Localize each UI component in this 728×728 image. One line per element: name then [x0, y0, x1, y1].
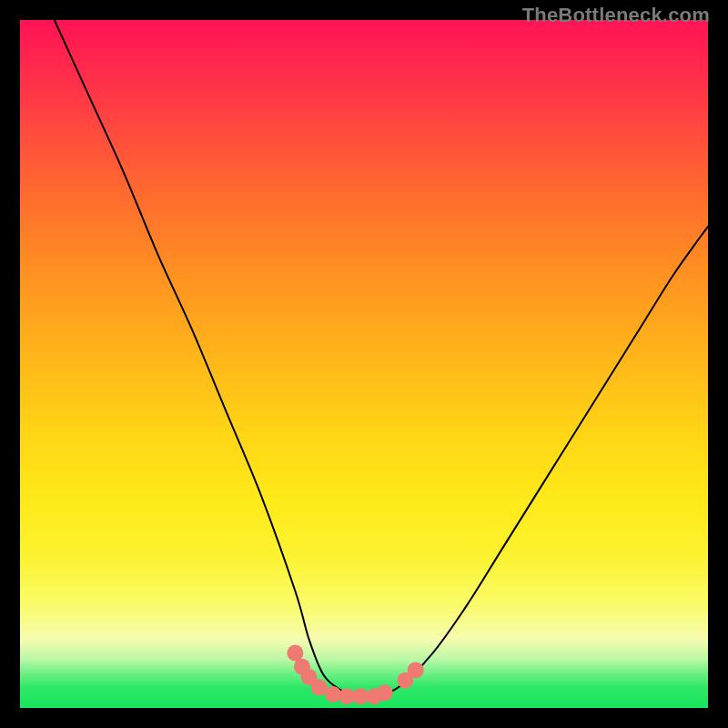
chart-overlay: [0, 0, 728, 728]
marker-dot: [377, 684, 393, 701]
bottleneck-curve: [55, 20, 708, 694]
chart-frame: TheBottleneck.com: [0, 0, 728, 728]
marker-layer: [287, 645, 423, 705]
curve-layer: [55, 20, 708, 694]
marker-dot: [325, 686, 341, 703]
watermark-text: TheBottleneck.com: [522, 4, 710, 27]
marker-dot: [408, 662, 424, 678]
